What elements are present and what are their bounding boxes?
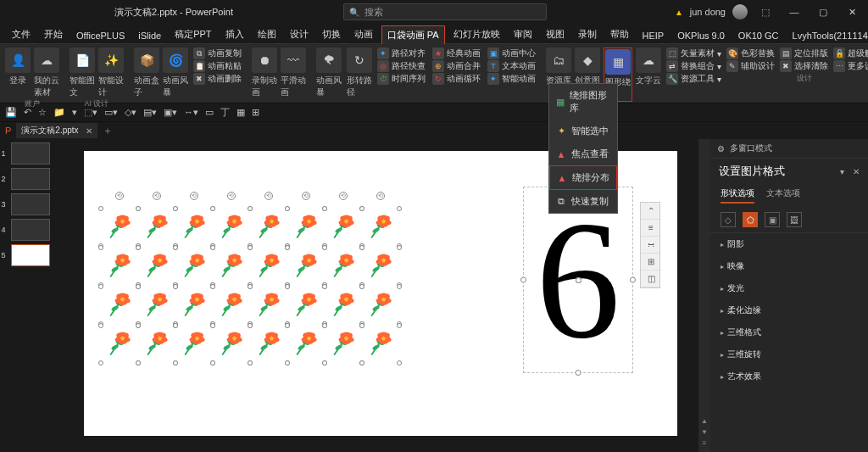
section-3[interactable]: 柔化边缘 [710, 299, 868, 321]
anim-copy-button[interactable]: ⧉动画复制 [193, 47, 242, 59]
flower-image[interactable] [213, 326, 250, 363]
flower-image[interactable] [101, 248, 138, 285]
tab-1[interactable]: 开始 [39, 25, 68, 43]
tab-14[interactable]: 录制 [573, 25, 602, 43]
flower-image[interactable] [101, 287, 138, 324]
tab-6[interactable]: 绘图 [253, 25, 281, 43]
tab-19[interactable]: LvyhTools(211114) [787, 28, 868, 43]
section-4[interactable]: 三维格式 [710, 321, 868, 343]
thumbnail-5[interactable] [11, 244, 50, 266]
flower-image[interactable] [175, 209, 213, 246]
dropdown-item-1[interactable]: ✦智能选中 [549, 120, 617, 142]
section-2[interactable]: 发光 [710, 277, 868, 299]
minimize-button[interactable]: — [783, 3, 805, 21]
smart-design-button[interactable]: ✨ [98, 47, 124, 73]
tab-8[interactable]: 切换 [317, 25, 346, 43]
thumbnail-1[interactable] [11, 142, 50, 165]
flower-image[interactable] [213, 209, 250, 246]
flower-image[interactable] [213, 287, 250, 324]
flower-image[interactable] [175, 248, 213, 285]
flower-image[interactable] [101, 326, 138, 363]
flower-image[interactable] [325, 326, 362, 363]
maximize-button[interactable]: ▢ [812, 3, 834, 21]
tab-0[interactable]: 文件 [7, 25, 36, 43]
section-6[interactable]: 艺术效果 [710, 366, 868, 388]
close-button[interactable]: ✕ [841, 3, 863, 21]
tab-11[interactable]: 幻灯片放映 [448, 25, 505, 43]
tab-9[interactable]: 动画 [349, 25, 378, 43]
flower-image[interactable] [287, 287, 325, 324]
wordcloud-button[interactable]: ☁ [636, 47, 661, 73]
close-doc-icon[interactable]: ✕ [86, 126, 92, 136]
section-1[interactable]: 映像 [710, 255, 868, 277]
thumbnail-2[interactable] [11, 168, 50, 190]
cloud-assets-button[interactable]: ☁ [34, 47, 59, 73]
anim-paste-button[interactable]: 📋动画粘贴 [193, 60, 242, 72]
tab-2[interactable]: OfficePLUS [71, 28, 130, 43]
thumbnail-3[interactable] [11, 193, 50, 215]
qa-folder-icon[interactable]: 📁 [53, 107, 65, 118]
flower-image[interactable] [362, 326, 399, 363]
tab-15[interactable]: 帮助 [605, 25, 634, 43]
window-mode-link[interactable]: 多窗口模式 [730, 142, 772, 154]
gear-icon[interactable]: ⚙ [717, 144, 725, 153]
flower-image[interactable] [250, 209, 287, 246]
tab-12[interactable]: 审阅 [509, 25, 537, 43]
anim-wind-button[interactable]: 🌪 [316, 47, 342, 73]
picture-icon[interactable]: 🖼 [787, 212, 802, 227]
resource-lib-button[interactable]: 🗂 [546, 47, 571, 73]
flower-image[interactable] [101, 209, 138, 246]
user-name[interactable]: jun dong [690, 7, 726, 17]
flower-image[interactable] [287, 326, 325, 363]
dropdown-item-4[interactable]: ⧉快速复制 [549, 190, 617, 213]
size-icon[interactable]: ▣ [765, 212, 780, 227]
flower-image[interactable] [138, 287, 175, 324]
record-anim-button[interactable]: ⏺ [252, 47, 277, 73]
dropdown-item-3[interactable]: ▲绕排分布 [549, 165, 617, 190]
tab-13[interactable]: 视图 [541, 25, 570, 43]
tab-4[interactable]: 稿定PPT [170, 25, 216, 43]
flower-image[interactable] [325, 248, 362, 285]
tab-5[interactable]: 插入 [220, 25, 249, 43]
flower-grid[interactable] [101, 209, 399, 363]
anim-storm-button[interactable]: 🌀 [163, 47, 188, 73]
thumbnail-4[interactable] [11, 219, 50, 241]
align-icon[interactable]: ≡ [641, 220, 661, 237]
flower-image[interactable] [138, 209, 175, 246]
smooth-anim-button[interactable]: 〰 [281, 47, 306, 73]
flower-image[interactable] [287, 248, 325, 285]
flower-image[interactable] [362, 209, 399, 246]
effects-icon[interactable]: ⬠ [743, 212, 758, 227]
distribute-icon[interactable]: ∺ [641, 237, 661, 254]
tab-3[interactable]: iSlide [133, 28, 166, 43]
smart-text-button[interactable]: 📄 [70, 47, 95, 73]
document-tab[interactable]: 演示文稿2.pptx✕ [16, 123, 97, 138]
tab-16[interactable]: HEIP [637, 28, 670, 43]
qa-save-icon[interactable]: 💾 [5, 107, 17, 118]
dropdown-item-2[interactable]: ▲焦点查看 [549, 142, 617, 165]
flower-image[interactable] [362, 287, 399, 324]
fill-icon[interactable]: ◇ [721, 212, 736, 227]
login-button[interactable]: 👤 [5, 47, 31, 73]
creative-shape-button[interactable]: ◆ [575, 47, 600, 73]
flower-image[interactable] [250, 287, 287, 324]
shape-to-path-button[interactable]: ↻ [347, 47, 372, 73]
ribbon-toggle-button[interactable]: ⬚ [754, 3, 776, 21]
anim-delete-button[interactable]: ✖动画删除 [193, 73, 242, 85]
flower-image[interactable] [250, 248, 287, 285]
big-number-shape[interactable]: 6 [523, 187, 633, 373]
search-input[interactable]: 🔍 搜索 [343, 3, 547, 20]
vertical-scrollbar[interactable]: ▲▼≡ [698, 139, 710, 452]
flower-image[interactable] [250, 326, 287, 363]
subtab-0[interactable]: 形状选项 [721, 187, 754, 204]
section-5[interactable]: 三维旋转 [710, 343, 868, 366]
tab-18[interactable]: OK10 GC [733, 28, 784, 43]
anim-box-button[interactable]: 📦 [134, 47, 159, 73]
group-icon[interactable]: ⊞ [641, 254, 661, 271]
section-0[interactable]: 阴影 [710, 233, 868, 255]
flower-image[interactable] [138, 248, 175, 285]
flower-image[interactable] [325, 209, 362, 246]
tab-17[interactable]: OKPlus 9.0 [672, 28, 730, 43]
flower-image[interactable] [362, 248, 399, 285]
subtab-1[interactable]: 文本选项 [766, 187, 800, 204]
